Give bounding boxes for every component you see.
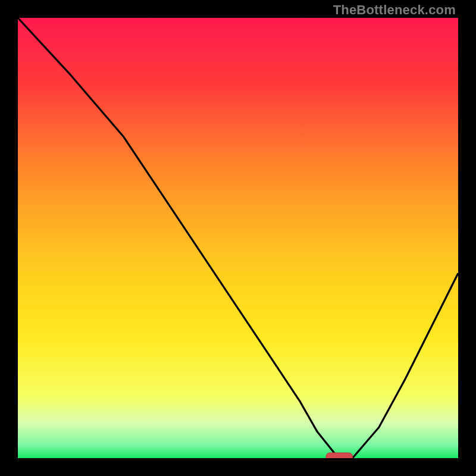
optimal-marker-pill	[326, 453, 352, 458]
gradient-background	[18, 18, 458, 458]
plot-area	[18, 18, 458, 458]
chart-svg	[18, 18, 458, 458]
outer-black-frame: TheBottleneck.com	[0, 0, 476, 476]
watermark-text: TheBottleneck.com	[333, 2, 456, 18]
